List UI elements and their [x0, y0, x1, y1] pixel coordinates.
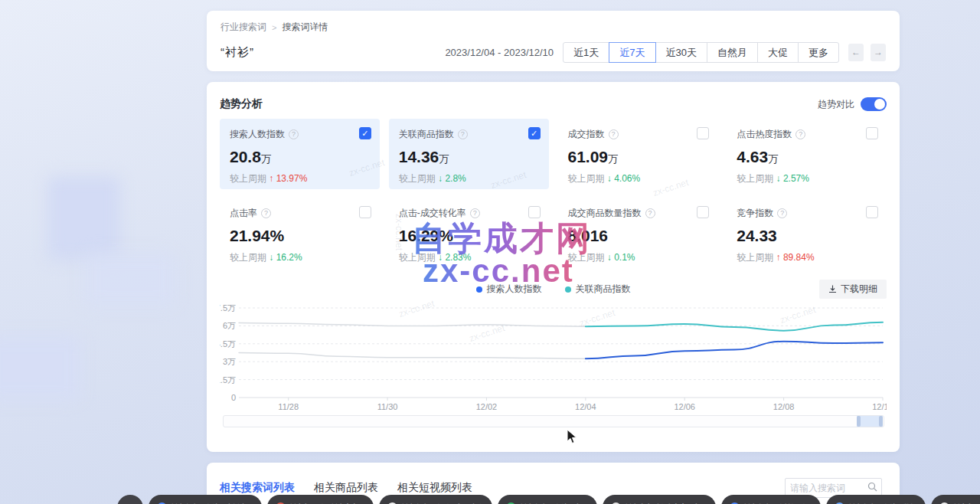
metric-delta: 较上周期 ↑ 13.97% — [230, 172, 370, 185]
help-icon[interactable]: ? — [645, 208, 655, 218]
metric-delta: 较上周期 ↓ 16.2% — [230, 251, 370, 264]
taskbar-pills: 抖音电商罗盘达人直播大屏抖店入口登录抖音官方网抖音电商罗盘登录入口大全抖音电商罗… — [149, 495, 980, 504]
metric-value: 8,016 — [568, 227, 708, 245]
header-panel: 行业搜索词 > 搜索词详情 “衬衫” 2023/12/04 - 2023/12/… — [207, 11, 900, 71]
metric-checkbox[interactable] — [697, 127, 709, 139]
metric-label: 点击-成交转化率? — [399, 207, 539, 220]
chart-datazoom-slider[interactable] — [223, 415, 884, 427]
search-input[interactable] — [786, 483, 863, 493]
period-button-大促[interactable]: 大促 — [757, 42, 799, 63]
metric-delta: 较上周期 ↓ 2.57% — [737, 172, 877, 185]
svg-text:3万: 3万 — [223, 357, 236, 366]
metric-value: 61.09万 — [568, 148, 708, 166]
period-button-近7天[interactable]: 近7天 — [609, 42, 655, 63]
metric-delta: 较上周期 ↓ 0.1% — [568, 251, 708, 264]
trend-panel: 趋势分析 趋势对比 搜索人数指数?✓20.8万较上周期 ↑ 13.97%关联商品… — [207, 82, 900, 452]
help-icon[interactable]: ? — [458, 129, 468, 139]
metric-value: 21.94% — [230, 227, 370, 245]
legend-dot-icon — [476, 286, 482, 293]
metric-checkbox[interactable] — [866, 127, 878, 139]
taskbar-circle-button[interactable] — [117, 495, 143, 504]
help-icon[interactable]: ? — [289, 129, 299, 139]
taskbar-item[interactable]: 抖音电商罗盘认证登录 — [721, 495, 821, 504]
breadcrumb-industry-search-terms[interactable]: 行业搜索词 — [220, 21, 266, 34]
tab-相关短视频列表[interactable]: 相关短视频列表 — [397, 481, 472, 495]
metric-label: 成交商品数量指数? — [568, 207, 708, 220]
taskbar-item[interactable]: 抖店入口登录抖音官方网 — [267, 495, 374, 504]
metric-card[interactable]: 点击-成交转化率?16.29%较上周期 ↓ 2.83% — [389, 198, 549, 268]
trend-compare-toggle[interactable] — [861, 97, 887, 111]
legend-item-关联商品指数[interactable]: 关联商品指数 — [565, 283, 631, 296]
taskbar-item[interactable]: 抖音电商罗盘达人入口 — [498, 495, 597, 504]
svg-text:12/06: 12/06 — [674, 402, 695, 411]
tab-相关商品列表[interactable]: 相关商品列表 — [314, 481, 378, 495]
metric-card[interactable]: 点击热度指数?4.63万较上周期 ↓ 2.57% — [727, 119, 887, 189]
period-button-更多[interactable]: 更多 — [798, 42, 839, 63]
trend-line-chart[interactable]: 01.5万3万4.5万6万7.5万11/2811/3012/0212/0412/… — [220, 299, 887, 415]
period-button-group: 近1天近7天近30天自然月大促更多 — [563, 42, 839, 63]
help-icon[interactable]: ? — [609, 129, 619, 139]
taskbar: 抖音电商罗盘达人直播大屏抖店入口登录抖音官方网抖音电商罗盘登录入口大全抖音电商罗… — [117, 495, 980, 504]
metric-card[interactable]: 成交商品数量指数?8,016较上周期 ↓ 0.1% — [558, 198, 718, 268]
background-blur-shape — [84, 253, 176, 306]
taskbar-item[interactable]: 抖店入口网页版 — [931, 495, 980, 504]
help-icon[interactable]: ? — [777, 208, 787, 218]
metric-checkbox[interactable]: ✓ — [359, 127, 371, 139]
svg-text:0: 0 — [231, 393, 236, 402]
next-period-button[interactable]: → — [871, 44, 886, 61]
background-blur-shape — [47, 176, 120, 260]
metric-value: 14.36万 — [399, 148, 539, 166]
help-icon[interactable]: ? — [261, 208, 271, 218]
prev-period-button[interactable]: ← — [848, 44, 864, 61]
trend-compare-label: 趋势对比 — [818, 98, 854, 111]
date-range-label: 2023/12/04 - 2023/12/10 — [445, 47, 554, 58]
metric-value: 24.33 — [737, 227, 877, 245]
taskbar-item[interactable]: 抖音电商罗盘登录入口大全 — [379, 495, 492, 504]
chevron-right-icon: > — [272, 23, 276, 32]
taskbar-item[interactable]: 抖音电商罗盘达人数据 — [826, 495, 926, 504]
metric-label: 成交指数? — [568, 128, 708, 141]
breadcrumb: 行业搜索词 > 搜索词详情 — [207, 11, 900, 34]
svg-text:4.5万: 4.5万 — [220, 339, 236, 349]
metric-delta: 较上周期 ↓ 4.06% — [568, 172, 708, 185]
tab-相关搜索词列表[interactable]: 相关搜索词列表 — [220, 481, 295, 495]
datazoom-right-handle[interactable] — [879, 416, 883, 427]
datazoom-selection[interactable] — [857, 416, 883, 427]
page-title-keyword: “衬衫” — [220, 45, 254, 60]
metric-checkbox[interactable] — [528, 206, 541, 218]
metric-card[interactable]: 关联商品指数?✓14.36万较上周期 ↓ 2.8% — [389, 119, 549, 189]
taskbar-item[interactable]: 抖音电商罗盘达人直播大屏 — [149, 495, 262, 504]
metric-card[interactable]: 搜索人数指数?✓20.8万较上周期 ↑ 13.97% — [220, 119, 380, 189]
metric-checkbox[interactable] — [359, 206, 371, 218]
svg-text:12/08: 12/08 — [773, 402, 795, 411]
search-icon[interactable] — [863, 482, 881, 494]
download-detail-button[interactable]: 下载明细 — [819, 280, 887, 299]
background-blur-shape — [0, 335, 80, 401]
help-icon[interactable]: ? — [470, 208, 480, 218]
metric-card[interactable]: 点击率?21.94%较上周期 ↓ 16.2% — [220, 198, 380, 268]
period-button-近1天[interactable]: 近1天 — [563, 42, 609, 63]
metric-checkbox[interactable] — [697, 206, 709, 218]
period-button-近30天[interactable]: 近30天 — [655, 42, 707, 63]
metric-checkbox[interactable]: ✓ — [528, 127, 541, 139]
metric-delta: 较上周期 ↓ 2.8% — [399, 172, 539, 185]
metric-label: 搜索人数指数? — [230, 128, 370, 141]
help-icon[interactable]: ? — [795, 129, 805, 139]
svg-text:12/02: 12/02 — [476, 402, 498, 411]
svg-text:11/28: 11/28 — [278, 402, 299, 411]
period-button-自然月[interactable]: 自然月 — [707, 42, 758, 63]
section-title-trend-analysis: 趋势分析 — [220, 97, 263, 111]
metric-value: 16.29% — [399, 227, 539, 245]
datazoom-left-handle[interactable] — [857, 416, 861, 427]
svg-text:1.5万: 1.5万 — [220, 375, 236, 385]
legend-item-搜索人数指数[interactable]: 搜索人数指数 — [476, 283, 542, 296]
svg-text:7.5万: 7.5万 — [220, 303, 236, 313]
metric-delta: 较上周期 ↑ 89.84% — [737, 251, 877, 264]
download-detail-label: 下载明细 — [841, 283, 877, 296]
metric-card[interactable]: 竞争指数?24.33较上周期 ↑ 89.84% — [727, 198, 887, 268]
chart-legend: 搜索人数指数关联商品指数 — [207, 283, 900, 296]
metric-label: 竞争指数? — [737, 207, 877, 220]
metric-card[interactable]: 成交指数?61.09万较上周期 ↓ 4.06% — [558, 119, 718, 189]
metric-checkbox[interactable] — [866, 206, 878, 218]
taskbar-item[interactable]: 抖音小店后台商家官网入口 — [603, 495, 716, 504]
